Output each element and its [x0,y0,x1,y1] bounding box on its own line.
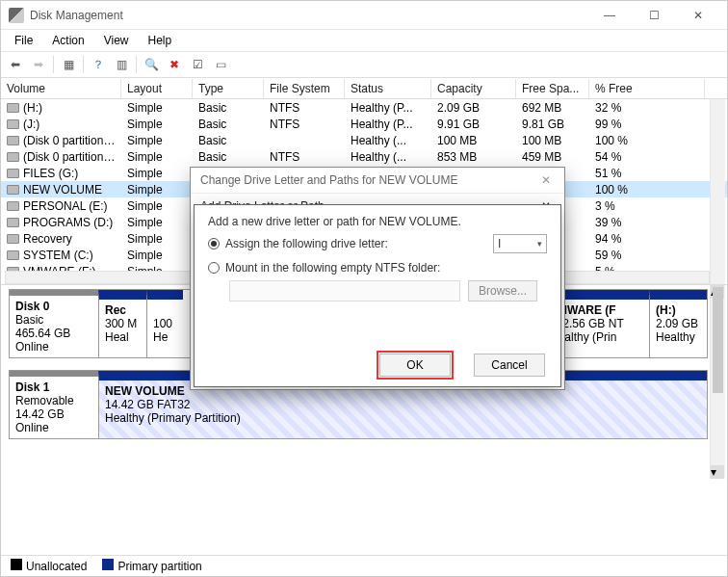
legend: Unallocated Primary partition [1,555,727,576]
col-type[interactable]: Type [193,79,264,98]
maximize-button[interactable]: ☐ [633,2,675,29]
volume-row[interactable]: (Disk 0 partition 2)SimpleBasicHealthy (… [1,132,727,148]
add-drive-letter-dialog: Add a new drive letter or path for NEW V… [194,204,561,387]
col-capacity[interactable]: Capacity [431,79,516,98]
vertical-scrollbar[interactable] [710,99,725,284]
disk-vertical-scrollbar[interactable]: ▴ ▾ [710,285,725,479]
ok-button[interactable]: OK [379,354,451,377]
toolbar: ⬅ ➡ ▦ ？ ▥ 🔍 ✖ ☑ ▭ [1,51,727,78]
rescan-icon[interactable]: 🔍 [141,54,162,75]
volume-row[interactable]: (Disk 0 partition 5)SimpleBasicNTFSHealt… [1,148,727,165]
volume-row[interactable]: (H:)SimpleBasicNTFSHealthy (P...2.09 GB6… [1,99,727,116]
help-icon[interactable]: ？ [88,54,109,75]
scroll-down-icon[interactable]: ▾ [711,465,724,479]
dialog-description: Add a new drive letter or path for NEW V… [208,215,547,228]
col-free[interactable]: Free Spa... [516,79,589,98]
menu-view[interactable]: View [94,32,139,49]
partition[interactable]: (H:)2.09 GBHealthy [649,290,707,357]
col-pct[interactable]: % Free [589,79,705,98]
show-list-icon[interactable]: ▦ [58,54,79,75]
partition[interactable]: 100He [146,290,183,357]
mount-path-input[interactable] [229,280,460,302]
volume-row[interactable]: (J:)SimpleBasicNTFSHealthy (P...9.91 GB9… [1,116,727,132]
radio-mount-folder[interactable] [208,262,220,274]
legend-primary-swatch [102,559,114,570]
chevron-down-icon: ▾ [537,239,542,249]
minimize-button[interactable]: ― [588,2,631,29]
col-fs[interactable]: File System [264,79,345,98]
menu-action[interactable]: Action [42,32,93,49]
disk1-info: Disk 1 Removable 14.42 GB Online [10,371,98,438]
drive-letter-select[interactable]: I ▾ [493,234,547,253]
col-status[interactable]: Status [345,79,431,98]
titlebar: Disk Management ― ☐ ✕ [1,1,727,30]
properties-icon[interactable]: ☑ [187,54,208,75]
label-mount-folder: Mount in the following empty NTFS folder… [225,261,440,275]
window-title: Disk Management [30,9,588,22]
menu-help[interactable]: Help [139,32,182,49]
col-volume[interactable]: Volume [1,79,121,98]
volume-list-header: Volume Layout Type File System Status Ca… [1,78,727,99]
col-layout[interactable]: Layout [121,79,193,98]
settings-icon[interactable]: ▭ [210,54,231,75]
delete-icon[interactable]: ✖ [164,54,185,75]
partition[interactable]: Rec300 MHeal [98,290,146,357]
menubar: File Action View Help [1,30,727,51]
dialog-title: Change Drive Letter and Paths for NEW VO… [200,173,457,187]
app-icon [9,8,24,23]
menu-file[interactable]: File [5,32,42,49]
label-assign-letter: Assign the following drive letter: [225,237,388,250]
close-button[interactable]: ✕ [677,2,719,29]
back-button[interactable]: ⬅ [5,54,26,75]
radio-assign-letter[interactable] [208,238,220,249]
forward-button[interactable]: ➡ [28,54,49,75]
dialog-close-icon[interactable]: ✕ [537,173,555,187]
cancel-button[interactable]: Cancel [474,354,545,377]
browse-button: Browse... [468,280,537,302]
disk0-info: Disk 0 Basic 465.64 GB Online [10,290,98,357]
legend-unallocated-swatch [11,559,22,570]
refresh-icon[interactable]: ▥ [111,54,132,75]
